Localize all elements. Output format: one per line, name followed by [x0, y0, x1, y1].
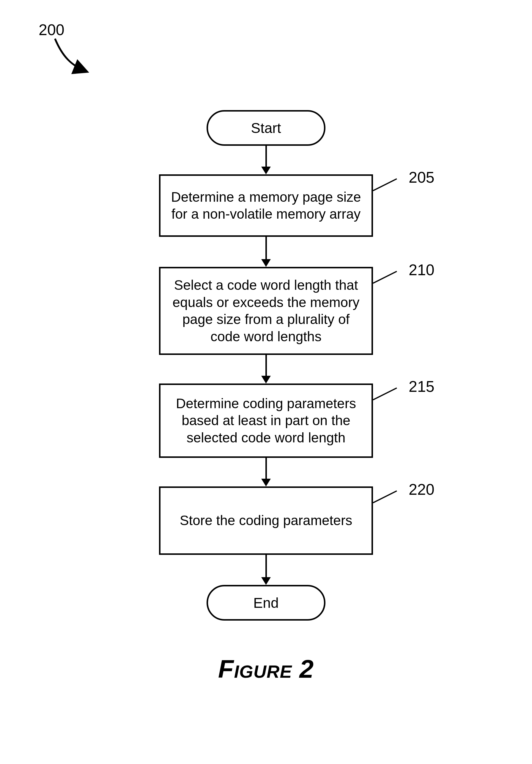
flowchart: Start Determine a memory page size for a…: [0, 110, 532, 621]
leader-line-icon: [373, 386, 403, 401]
arrow-icon: [261, 237, 271, 267]
process-box: Determine coding parameters based at lea…: [159, 383, 373, 458]
step-row: Determine coding parameters based at lea…: [159, 383, 373, 458]
step-number: 215: [409, 378, 435, 395]
leader-line-icon: [373, 177, 403, 192]
arrow-icon: [261, 146, 271, 174]
step-number: 220: [409, 480, 435, 498]
page: 200 Start Determine a memory page size f…: [0, 0, 532, 764]
figure-caption: Figure 2: [0, 654, 532, 684]
step-number: 210: [409, 261, 435, 279]
arrow-icon: [261, 458, 271, 486]
reference-arrow-icon: [51, 36, 98, 77]
process-box: Determine a memory page size for a non-v…: [159, 174, 373, 237]
process-text: Determine coding parameters based at lea…: [171, 395, 361, 447]
arrow-icon: [261, 355, 271, 383]
process-box: Store the coding parameters: [159, 486, 373, 555]
arrow-icon: [261, 555, 271, 585]
step-row: Select a code word length that equals or…: [159, 267, 373, 355]
process-text: Determine a memory page size for a non-v…: [171, 189, 361, 223]
process-box: Select a code word length that equals or…: [159, 267, 373, 355]
caption-text: Figure 2: [218, 655, 314, 683]
process-text: Store the coding parameters: [180, 512, 352, 529]
process-text: Select a code word length that equals or…: [171, 277, 361, 345]
svg-line-3: [373, 491, 397, 503]
svg-line-1: [373, 271, 397, 283]
leader-line-icon: [373, 270, 403, 285]
end-terminator: End: [206, 585, 326, 621]
svg-line-2: [373, 388, 397, 400]
leader-line-icon: [373, 489, 403, 504]
step-row: Determine a memory page size for a non-v…: [159, 174, 373, 237]
end-label: End: [253, 595, 279, 611]
step-number: 205: [409, 168, 435, 186]
step-row: Store the coding parameters 220: [159, 486, 373, 555]
svg-line-0: [373, 179, 397, 191]
start-terminator: Start: [206, 110, 326, 146]
start-label: Start: [251, 120, 281, 136]
